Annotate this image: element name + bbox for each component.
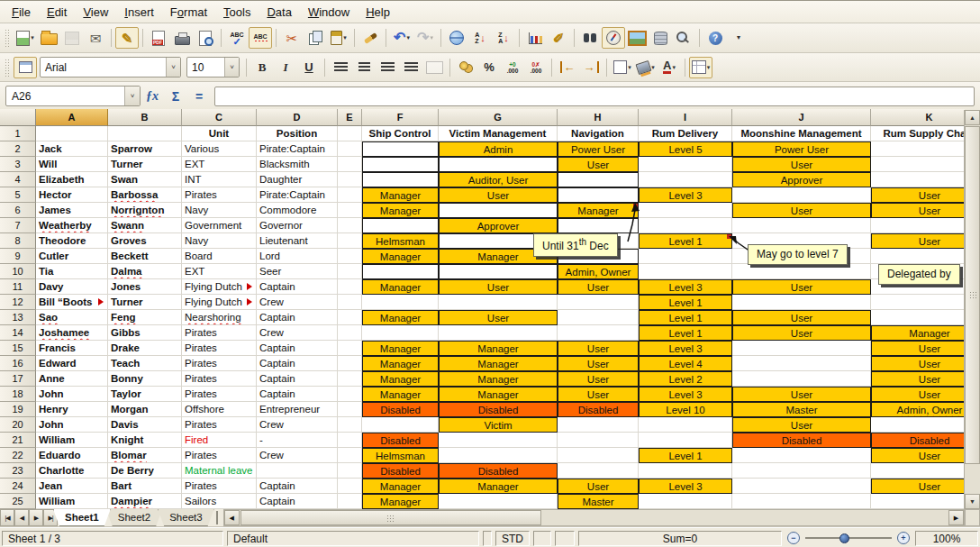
cell-J2[interactable]: Power User <box>732 141 871 157</box>
cell-H21[interactable] <box>558 433 639 448</box>
previous-sheet-button[interactable]: ◀ <box>14 509 29 526</box>
cell-H20[interactable] <box>558 417 639 433</box>
sheet-tab-sheet1[interactable]: Sheet1 <box>53 509 111 526</box>
cell-E23[interactable] <box>338 463 362 479</box>
help-button[interactable]: ? <box>703 27 727 49</box>
cell-F1[interactable]: Ship Control <box>362 126 439 141</box>
cell-F18[interactable]: Manager <box>362 387 439 402</box>
cell-A13[interactable]: Sao <box>36 310 108 325</box>
cell-B7[interactable]: Swann <box>108 218 182 233</box>
cell-J1[interactable]: Moonshine Management <box>732 126 871 141</box>
cell-B3[interactable]: Turner <box>108 157 182 172</box>
formula-input[interactable] <box>214 87 975 106</box>
sheet-tab-sheet2[interactable]: Sheet2 <box>106 509 162 526</box>
cell-I23[interactable] <box>639 463 732 479</box>
horizontal-scrollbar[interactable]: ◀ ▶ <box>223 509 965 526</box>
cell-C1[interactable]: Unit <box>182 126 257 141</box>
row-header-15[interactable]: 15 <box>0 341 36 356</box>
cell-C6[interactable]: Navy <box>182 203 257 218</box>
cell-C21[interactable]: Fired <box>182 433 257 448</box>
cell-A1[interactable] <box>36 126 108 141</box>
cell-G22[interactable] <box>439 448 558 463</box>
menu-file[interactable]: File <box>4 3 39 22</box>
cell-I10[interactable] <box>639 264 732 279</box>
cell-I14[interactable]: Level 1 <box>639 325 732 341</box>
cell-J21[interactable]: Disabled <box>732 433 871 448</box>
cell-J25[interactable] <box>732 494 871 509</box>
freeze-grid-button[interactable]: ▾ <box>689 57 712 78</box>
export-pdf-button[interactable]: PDF <box>147 27 170 49</box>
cell-K24[interactable]: User <box>871 479 965 494</box>
cell-G16[interactable]: Manager <box>439 356 558 371</box>
cell-I17[interactable]: Level 2 <box>639 371 732 387</box>
cell-I21[interactable] <box>639 433 732 448</box>
cell-A2[interactable]: Jack <box>36 141 108 157</box>
cell-F25[interactable]: Manager <box>362 494 439 509</box>
cell-A18[interactable]: John <box>36 387 108 402</box>
font-name-combo-dropdown-icon[interactable]: ˅ <box>166 58 180 77</box>
cell-A14[interactable]: Joshamee <box>36 325 108 341</box>
dropdown-arrow-icon[interactable]: ▾ <box>651 64 655 71</box>
copy-button[interactable] <box>304 27 327 49</box>
cell-C4[interactable]: INT <box>182 172 257 187</box>
cell-E21[interactable] <box>338 433 362 448</box>
cell-K12[interactable] <box>871 295 965 310</box>
cell-F23[interactable]: Disabled <box>362 463 439 479</box>
cell-G1[interactable]: Victim Management <box>439 126 558 141</box>
cell-A21[interactable]: William <box>36 433 108 448</box>
cell-B14[interactable]: Gibbs <box>108 325 182 341</box>
cell-A24[interactable]: Jean <box>36 479 108 494</box>
cell-E8[interactable] <box>338 233 362 249</box>
dropdown-arrow-icon[interactable]: ▾ <box>31 34 34 41</box>
cell-F11[interactable]: Manager <box>362 279 439 295</box>
row-header-17[interactable]: 17 <box>0 371 36 387</box>
borders-button[interactable]: ▾ <box>611 57 634 78</box>
cell-I5[interactable]: Level 3 <box>639 187 732 203</box>
cell-D5[interactable]: Pirate:Captain <box>257 187 338 203</box>
cell-B23[interactable]: De Berry <box>108 463 182 479</box>
draw-functions-button[interactable]: ✐ <box>547 27 570 49</box>
cell-G23[interactable]: Disabled <box>439 463 558 479</box>
zoom-track[interactable] <box>805 537 892 539</box>
cell-D24[interactable]: Captain <box>257 479 338 494</box>
cell-I24[interactable]: Level 3 <box>639 479 732 494</box>
row-header-5[interactable]: 5 <box>0 187 36 203</box>
next-sheet-button[interactable]: ▶ <box>29 509 43 526</box>
dropdown-arrow-icon[interactable]: ▾ <box>672 64 676 71</box>
cell-J22[interactable] <box>732 448 871 463</box>
cell-B22[interactable]: Blomar <box>108 448 182 463</box>
cell-H13[interactable] <box>558 310 639 325</box>
cell-K16[interactable]: User <box>871 356 965 371</box>
cell-F6[interactable]: Manager <box>362 203 439 218</box>
cell-F9[interactable]: Manager <box>362 249 439 264</box>
dropdown-arrow-icon[interactable]: ▾ <box>406 34 410 41</box>
cell-A19[interactable]: Henry <box>36 402 108 417</box>
cell-G21[interactable] <box>439 433 558 448</box>
row-header-16[interactable]: 16 <box>0 356 36 371</box>
cell-B1[interactable] <box>108 126 182 141</box>
cell-F21[interactable]: Disabled <box>362 433 439 448</box>
cell-C23[interactable]: Maternal leave <box>182 463 257 479</box>
scroll-down-icon[interactable]: ▼ <box>965 494 980 509</box>
cell-E14[interactable] <box>338 325 362 341</box>
cell-H14[interactable] <box>558 325 639 341</box>
cell-C24[interactable]: Pirates <box>182 479 257 494</box>
cell-G7[interactable]: Approver <box>439 218 558 233</box>
cell-G13[interactable]: User <box>439 310 558 325</box>
cell-H7[interactable] <box>558 218 639 233</box>
email-button[interactable]: ✉ <box>84 27 107 49</box>
cell-J24[interactable] <box>732 479 871 494</box>
cell-H2[interactable]: Power User <box>558 141 639 157</box>
cell-J11[interactable]: User <box>732 279 871 295</box>
spelling-button[interactable]: ABC✓ <box>225 27 249 49</box>
autospellcheck-button[interactable]: ABC <box>249 27 272 49</box>
currency-button[interactable] <box>454 57 477 78</box>
add-decimal-button[interactable]: +0.000 <box>501 57 524 78</box>
cell-D7[interactable]: Governor <box>257 218 338 233</box>
menu-format[interactable]: Format <box>162 3 215 22</box>
scroll-left-icon[interactable]: ◀ <box>224 510 240 525</box>
toolbar-overflow-button[interactable]: ▾ <box>727 27 750 49</box>
cell-J10[interactable] <box>732 264 871 279</box>
vertical-scroll-thumb[interactable] <box>965 126 980 464</box>
cell-D20[interactable]: Crew <box>257 417 338 433</box>
